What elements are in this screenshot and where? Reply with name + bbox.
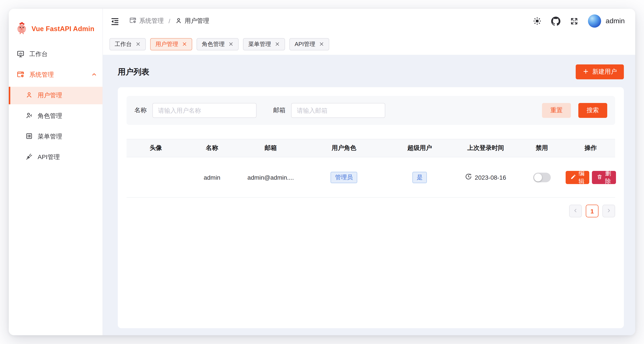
topbar: 系统管理 / 用户管理 (103, 9, 635, 33)
tab-label: 工作台 (115, 40, 132, 48)
close-icon[interactable] (182, 42, 187, 47)
user-icon (26, 91, 33, 100)
sidebar-item-menu-mgmt[interactable]: 菜单管理 (9, 128, 102, 146)
sidebar-item-label: 角色管理 (38, 112, 62, 120)
tab-label: 用户管理 (156, 40, 178, 48)
sidebar-item-api-mgmt[interactable]: API管理 (9, 149, 102, 166)
sidebar-item-role-mgmt[interactable]: 角色管理 (9, 107, 102, 125)
col-actions: 操作 (566, 144, 615, 152)
col-last-login: 上次登录时间 (454, 144, 517, 152)
edit-label: 编辑 (578, 169, 584, 185)
close-icon[interactable] (228, 42, 233, 47)
trash-icon (597, 174, 602, 181)
email-label: 邮箱 (273, 107, 286, 114)
user-table: 头像 名称 邮箱 用户角色 超级用户 上次登录时间 禁用 操作 admin (126, 139, 615, 198)
pagination-next-button[interactable] (602, 205, 615, 217)
sidebar-item-user-mgmt[interactable]: 用户管理 (9, 87, 102, 104)
system-window-gear-icon (17, 70, 24, 80)
new-user-button[interactable]: 新建用户 (576, 64, 624, 79)
close-icon[interactable] (275, 42, 280, 47)
cell-disabled (518, 172, 566, 182)
superuser-tag: 是 (412, 172, 427, 183)
fullscreen-icon[interactable] (570, 17, 578, 25)
chevron-up-icon (91, 71, 97, 79)
tab-role-mgmt[interactable]: 角色管理 (196, 38, 238, 50)
pagination-prev-button[interactable] (569, 205, 582, 217)
reset-button[interactable]: 重置 (542, 103, 571, 118)
system-window-gear-icon (129, 17, 136, 26)
table-header: 头像 名称 邮箱 用户角色 超级用户 上次登录时间 禁用 操作 (126, 139, 615, 157)
username: admin (606, 17, 625, 25)
sidebar-item-workbench[interactable]: 工作台 (9, 46, 102, 63)
menu-list-icon (26, 132, 33, 141)
tab-user-mgmt[interactable]: 用户管理 (150, 38, 192, 50)
card-empty-space (126, 217, 615, 319)
workbench-monitor-icon (17, 50, 24, 59)
breadcrumb-system[interactable]: 系统管理 (129, 17, 164, 26)
breadcrumb-separator: / (168, 18, 170, 25)
app-window: Vue FastAPI Admin 工作台 (9, 9, 635, 335)
app-logo[interactable]: Vue FastAPI Admin (9, 19, 102, 39)
tabs-bar: 工作台 用户管理 角色管理 (103, 33, 635, 55)
github-icon[interactable] (552, 17, 560, 26)
sidebar-nav: 工作台 系统管理 (9, 46, 102, 169)
breadcrumb-label: 用户管理 (185, 17, 209, 25)
user-list-card: 名称 邮箱 重置 搜索 头像 名称 邮 (118, 87, 624, 328)
tab-label: API管理 (295, 40, 315, 48)
new-user-label: 新建用户 (592, 68, 617, 76)
sidebar-item-label: 工作台 (29, 50, 48, 58)
tab-api-mgmt[interactable]: API管理 (290, 38, 329, 50)
tab-menu-mgmt[interactable]: 菜单管理 (243, 38, 285, 50)
close-icon[interactable] (319, 42, 324, 47)
page-title: 用户列表 (118, 67, 149, 77)
user-menu[interactable]: admin (588, 15, 625, 28)
avatar[interactable] (588, 15, 601, 28)
name-label: 名称 (134, 107, 147, 114)
sidebar-item-label: 菜单管理 (38, 133, 62, 141)
topbar-actions: admin (533, 15, 625, 28)
cell-name: admin (185, 174, 239, 181)
sidebar-item-label: 系统管理 (29, 71, 54, 79)
api-plug-icon (26, 153, 33, 162)
search-button[interactable]: 搜索 (578, 103, 607, 118)
sidebar: Vue FastAPI Admin 工作台 (9, 9, 103, 335)
user-icon (175, 17, 182, 25)
cell-role: 管理员 (302, 172, 385, 183)
chicken-icon (16, 22, 28, 36)
page-header: 用户列表 新建用户 (118, 64, 624, 79)
close-icon[interactable] (136, 42, 140, 47)
collapse-menu-icon[interactable] (110, 17, 120, 26)
col-disabled: 禁用 (518, 144, 566, 152)
cell-last-login: 2023-08-16 (454, 173, 517, 181)
app-title: Vue FastAPI Admin (32, 25, 94, 33)
pagination-page-1[interactable]: 1 (586, 205, 598, 217)
col-name: 名称 (185, 144, 239, 152)
name-input[interactable] (152, 103, 256, 118)
main-area: 系统管理 / 用户管理 (103, 9, 635, 335)
email-input[interactable] (291, 103, 385, 118)
chevron-right-icon (606, 207, 612, 214)
breadcrumb-label: 系统管理 (139, 17, 164, 25)
page-stage: Vue FastAPI Admin 工作台 (0, 0, 644, 344)
disabled-toggle[interactable] (533, 172, 550, 182)
sidebar-submenu: 用户管理 角色管理 (9, 87, 102, 166)
tab-workbench[interactable]: 工作台 (110, 38, 146, 50)
col-role: 用户角色 (302, 144, 385, 152)
role-user-icon (26, 112, 33, 121)
breadcrumb-user[interactable]: 用户管理 (175, 17, 209, 25)
sidebar-item-label: 用户管理 (38, 92, 62, 100)
tab-label: 菜单管理 (248, 40, 271, 48)
edit-button[interactable]: 编辑 (566, 171, 589, 184)
theme-sun-icon[interactable] (533, 17, 542, 26)
sidebar-item-label: API管理 (38, 153, 60, 161)
delete-label: 删除 (605, 169, 611, 185)
delete-button[interactable]: 删除 (592, 171, 616, 184)
pencil-icon (570, 174, 576, 181)
col-email: 邮箱 (239, 144, 302, 152)
search-panel: 名称 邮箱 重置 搜索 (126, 96, 615, 125)
content-area: 用户列表 新建用户 名称 邮箱 (103, 55, 635, 335)
sidebar-item-system[interactable]: 系统管理 (9, 66, 102, 84)
table-row: admin admin@admin.... 管理员 是 (126, 157, 615, 198)
pagination: 1 (126, 205, 615, 217)
last-login-value: 2023-08-16 (475, 174, 506, 181)
